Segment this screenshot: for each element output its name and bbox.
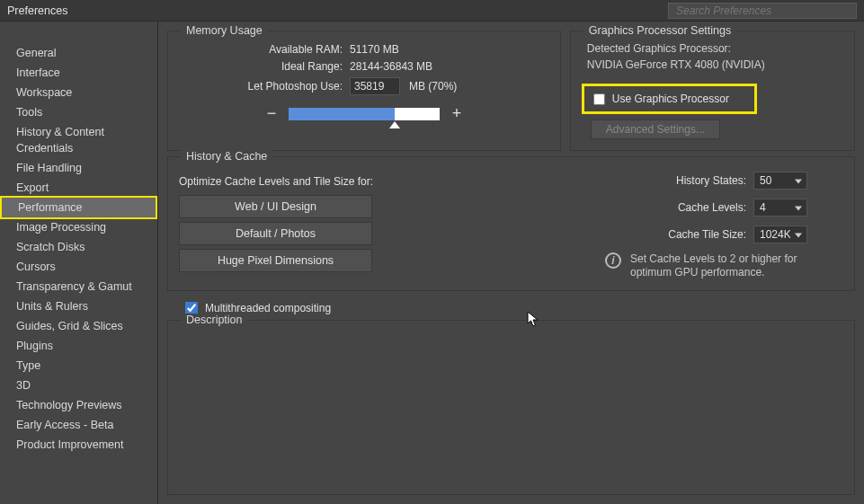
sidebar-item-scratch-disks[interactable]: Scratch Disks <box>0 237 157 257</box>
cache-tile-label: Cache Tile Size: <box>647 228 746 241</box>
available-ram-value: 51170 MB <box>350 43 399 56</box>
multithread-checkbox[interactable] <box>185 302 198 314</box>
sidebar-item-workspace[interactable]: Workspace <box>0 83 157 102</box>
memory-usage-title: Memory Usage <box>181 24 268 37</box>
memory-use-suffix: MB (70%) <box>409 80 457 93</box>
sidebar-item-general[interactable]: General <box>0 43 157 63</box>
titlebar: Preferences <box>0 0 864 22</box>
sidebar-item-type[interactable]: Type <box>0 356 157 376</box>
cache-levels-select[interactable]: 4 <box>753 199 807 217</box>
info-icon: i <box>605 252 621 269</box>
description-panel: Description <box>167 320 855 495</box>
ideal-range-value: 28144-36843 MB <box>350 60 432 73</box>
sidebar-item-image-processing[interactable]: Image Processing <box>0 217 157 237</box>
optimize-label: Optimize Cache Levels and Tile Size for: <box>179 175 373 188</box>
sidebar-item-performance[interactable]: Performance <box>0 196 157 219</box>
let-use-label: Let Photoshop Use: <box>179 80 350 93</box>
history-cache-title: History & Cache <box>181 150 272 163</box>
sidebar-item-history-content-credentials[interactable]: History & Content Credentials <box>0 122 157 158</box>
sidebar-item-interface[interactable]: Interface <box>0 63 157 83</box>
use-gpu-highlight: Use Graphics Processor <box>582 84 757 114</box>
cache-info-text: Set Cache Levels to 2 or higher for opti… <box>630 252 807 279</box>
optimize-button-web-ui-design[interactable]: Web / UI Design <box>179 195 372 218</box>
sidebar-item-units-rulers[interactable]: Units & Rulers <box>0 296 157 316</box>
multithread-row: Multithreaded compositing <box>167 302 855 314</box>
cache-tile-select[interactable]: 1024K <box>753 225 807 243</box>
optimize-button-default-photos[interactable]: Default / Photos <box>179 222 372 245</box>
sidebar-item-file-handling[interactable]: File Handling <box>0 158 157 178</box>
content: Memory Usage Available RAM: 51170 MB Ide… <box>158 22 864 504</box>
sidebar-item-transparency-gamut[interactable]: Transparency & Gamut <box>0 277 157 296</box>
detected-gpu-label: Detected Graphics Processor: <box>587 42 843 55</box>
sidebar-item-early-access-beta[interactable]: Early Access - Beta <box>0 415 157 435</box>
available-ram-label: Available RAM: <box>179 43 350 56</box>
search-input[interactable] <box>668 3 857 19</box>
sidebar-item-export[interactable]: Export <box>0 178 157 198</box>
memory-increase-button[interactable]: + <box>449 104 465 123</box>
ideal-range-label: Ideal Range: <box>179 60 350 73</box>
advanced-settings-button[interactable]: Advanced Settings... <box>591 119 720 139</box>
memory-decrease-button[interactable]: − <box>263 104 280 123</box>
memory-usage-panel: Memory Usage Available RAM: 51170 MB Ide… <box>167 31 561 151</box>
sidebar-item-technology-previews[interactable]: Technology Previews <box>0 395 157 415</box>
window-title: Preferences <box>7 4 67 17</box>
sidebar-item-product-improvement[interactable]: Product Improvement <box>0 435 157 455</box>
sidebar-item-tools[interactable]: Tools <box>0 102 157 122</box>
gpu-settings-title: Graphics Processor Settings <box>583 24 736 37</box>
memory-slider[interactable] <box>289 108 440 120</box>
history-cache-panel: History & Cache Optimize Cache Levels an… <box>167 156 855 291</box>
main-layout: GeneralInterfaceWorkspaceToolsHistory & … <box>0 22 864 504</box>
use-gpu-checkbox[interactable] <box>593 93 605 105</box>
memory-use-input[interactable] <box>350 77 400 95</box>
sidebar: GeneralInterfaceWorkspaceToolsHistory & … <box>0 22 158 504</box>
sidebar-item-3d[interactable]: 3D <box>0 376 157 395</box>
multithread-label: Multithreaded compositing <box>205 302 331 314</box>
cache-levels-label: Cache Levels: <box>647 201 746 214</box>
history-states-label: History States: <box>647 174 746 187</box>
use-gpu-label: Use Graphics Processor <box>612 93 729 105</box>
sidebar-item-guides-grid-slices[interactable]: Guides, Grid & Slices <box>0 316 157 336</box>
history-states-select[interactable]: 50 <box>753 172 807 190</box>
description-title: Description <box>181 314 248 326</box>
gpu-settings-panel: Graphics Processor Settings Detected Gra… <box>570 31 855 151</box>
detected-gpu-value: NVIDIA GeForce RTX 4080 (NVIDIA) <box>587 58 843 71</box>
sidebar-item-plugins[interactable]: Plugins <box>0 336 157 356</box>
optimize-button-huge-pixel-dimensions[interactable]: Huge Pixel Dimensions <box>179 249 372 272</box>
sidebar-item-cursors[interactable]: Cursors <box>0 257 157 277</box>
